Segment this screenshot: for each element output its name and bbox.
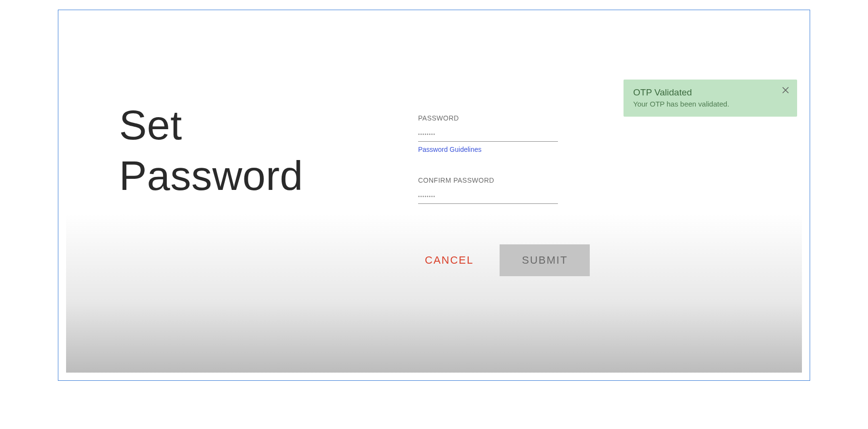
password-form: PASSWORD Password Guidelines CONFIRM PAS… bbox=[418, 114, 563, 217]
document-frame: Set Password PASSWORD Password Guideline… bbox=[58, 10, 810, 381]
toast-title: OTP Validated bbox=[633, 87, 778, 98]
toast-close-button[interactable] bbox=[781, 85, 790, 95]
otp-validated-toast: OTP Validated Your OTP has been validate… bbox=[624, 80, 797, 117]
password-guidelines-link[interactable]: Password Guidelines bbox=[418, 146, 482, 153]
confirm-password-label: CONFIRM PASSWORD bbox=[418, 176, 563, 184]
submit-button[interactable]: SUBMIT bbox=[500, 244, 590, 276]
page-title-line2: Password bbox=[119, 152, 303, 199]
cancel-button[interactable]: CANCEL bbox=[418, 245, 480, 275]
confirm-password-field-group: CONFIRM PASSWORD bbox=[418, 176, 563, 204]
page-title: Set Password bbox=[119, 100, 303, 201]
password-label: PASSWORD bbox=[418, 114, 563, 122]
form-actions: CANCEL SUBMIT bbox=[418, 244, 590, 276]
password-field-group: PASSWORD Password Guidelines bbox=[418, 114, 563, 163]
password-input[interactable] bbox=[418, 127, 558, 142]
close-icon bbox=[782, 86, 789, 94]
page-title-line1: Set bbox=[119, 102, 182, 148]
toast-body: Your OTP has been validated. bbox=[633, 100, 778, 108]
confirm-password-input[interactable] bbox=[418, 189, 558, 204]
set-password-panel: Set Password PASSWORD Password Guideline… bbox=[66, 18, 802, 373]
